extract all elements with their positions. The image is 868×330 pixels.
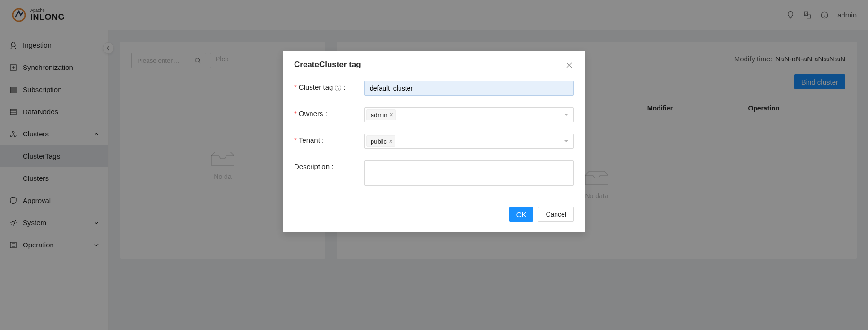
tenant-tag: public✕ [366, 135, 395, 147]
tenant-label: *Tenant : [294, 134, 364, 144]
create-cluster-tag-modal: CreateCluster tag *Cluster tag? : *Owner… [283, 51, 585, 232]
cluster-tag-label: *Cluster tag? : [294, 81, 364, 91]
owners-label: *Owners : [294, 107, 364, 118]
modal-title: CreateCluster tag [294, 60, 361, 69]
remove-tag-icon[interactable]: ✕ [389, 138, 393, 144]
remove-tag-icon[interactable]: ✕ [389, 112, 393, 118]
help-icon[interactable]: ? [335, 85, 341, 91]
owner-tag: admin✕ [366, 109, 396, 120]
cancel-button[interactable]: Cancel [538, 207, 574, 222]
close-icon [566, 62, 572, 68]
ok-button[interactable]: OK [509, 207, 534, 222]
description-label: Description : [294, 160, 364, 170]
description-textarea[interactable] [364, 160, 574, 186]
owners-select[interactable]: admin✕ [364, 107, 574, 122]
modal-close-button[interactable] [564, 60, 574, 71]
cluster-tag-input[interactable] [364, 81, 574, 96]
tenant-select[interactable]: public✕ [364, 134, 574, 149]
